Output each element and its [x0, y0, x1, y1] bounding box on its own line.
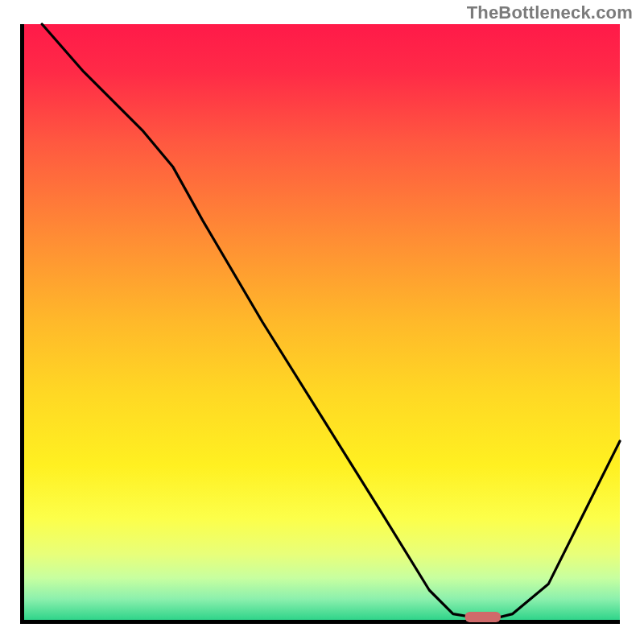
- chart-container: TheBottleneck.com: [0, 0, 644, 644]
- bottleneck-chart: [0, 0, 644, 644]
- watermark-text: TheBottleneck.com: [467, 2, 633, 23]
- highlight-marker: [465, 612, 501, 622]
- svg-rect-1: [20, 620, 620, 624]
- svg-rect-0: [20, 24, 24, 624]
- plot-background: [24, 24, 620, 620]
